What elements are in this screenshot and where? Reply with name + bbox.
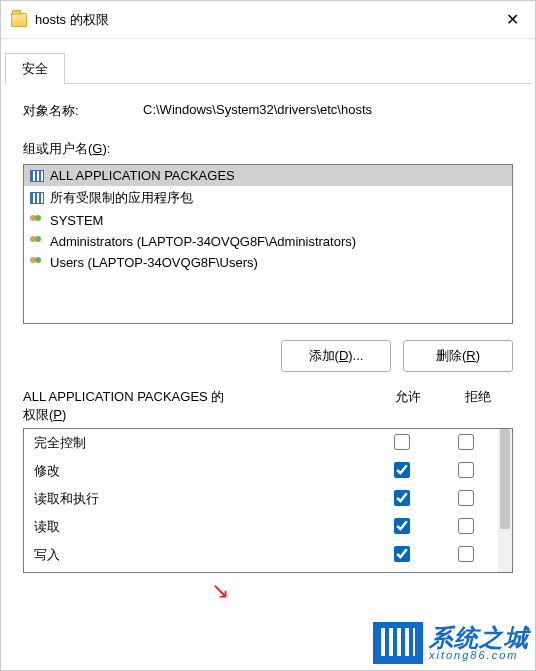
allow-checkbox[interactable] — [394, 462, 410, 478]
remove-button[interactable]: 删除(R) — [403, 340, 513, 372]
scrollbar-thumb[interactable] — [500, 429, 510, 529]
object-row: 对象名称: C:\Windows\System32\drivers\etc\ho… — [23, 102, 513, 120]
allow-checkbox[interactable] — [394, 490, 410, 506]
deny-checkbox[interactable] — [458, 518, 474, 534]
package-icon — [30, 192, 44, 204]
list-item-label: Users (LAPTOP-34OVQG8F\Users) — [50, 255, 258, 270]
list-item[interactable]: ALL APPLICATION PACKAGES — [24, 165, 512, 186]
watermark-cn: 系统之城 — [429, 626, 529, 650]
col-deny-header: 拒绝 — [443, 388, 513, 424]
allow-checkbox[interactable] — [394, 518, 410, 534]
watermark-logo-icon — [373, 622, 423, 664]
object-label: 对象名称: — [23, 102, 143, 120]
tabs: 安全 — [5, 53, 531, 84]
list-item-label: 所有受限制的应用程序包 — [50, 189, 193, 207]
allow-checkbox[interactable] — [394, 434, 410, 450]
col-allow-header: 允许 — [373, 388, 443, 424]
users-icon — [30, 215, 44, 227]
security-panel: 对象名称: C:\Windows\System32\drivers\etc\ho… — [1, 84, 535, 591]
permission-name: 写入 — [34, 546, 370, 564]
groups-label: 组或用户名(G): — [23, 140, 513, 158]
dialog-content: 安全 对象名称: C:\Windows\System32\drivers\etc… — [1, 39, 535, 591]
group-buttons: 添加(D)... 删除(R) — [23, 340, 513, 372]
permission-row: 完全控制 — [24, 429, 498, 457]
watermark: 系统之城 xitong86.com — [373, 622, 529, 664]
groups-listbox[interactable]: ALL APPLICATION PACKAGES所有受限制的应用程序包SYSTE… — [23, 164, 513, 324]
permissions-header: ALL APPLICATION PACKAGES 的 权限(P) 允许 拒绝 — [23, 388, 513, 424]
permissions-table: 完全控制修改读取和执行读取写入 — [23, 428, 513, 573]
deny-checkbox[interactable] — [458, 434, 474, 450]
permission-name: 完全控制 — [34, 434, 370, 452]
list-item-label: ALL APPLICATION PACKAGES — [50, 168, 235, 183]
list-item[interactable]: Administrators (LAPTOP-34OVQG8F\Administ… — [24, 231, 512, 252]
users-icon — [30, 236, 44, 248]
users-icon — [30, 257, 44, 269]
permission-name: 读取和执行 — [34, 490, 370, 508]
list-item-label: SYSTEM — [50, 213, 103, 228]
permissions-label: ALL APPLICATION PACKAGES 的 权限(P) — [23, 388, 373, 424]
allow-checkbox[interactable] — [394, 546, 410, 562]
scrollbar[interactable] — [498, 429, 512, 572]
list-item[interactable]: SYSTEM — [24, 210, 512, 231]
close-button[interactable]: ✕ — [489, 1, 535, 38]
list-item-label: Administrators (LAPTOP-34OVQG8F\Administ… — [50, 234, 356, 249]
deny-checkbox[interactable] — [458, 490, 474, 506]
folder-icon — [11, 13, 27, 27]
permission-row: 修改 — [24, 457, 498, 485]
permission-row: 读取 — [24, 513, 498, 541]
add-button[interactable]: 添加(D)... — [281, 340, 391, 372]
tab-security[interactable]: 安全 — [5, 53, 65, 84]
titlebar: hosts 的权限 ✕ — [1, 1, 535, 39]
list-item[interactable]: Users (LAPTOP-34OVQG8F\Users) — [24, 252, 512, 273]
window-title: hosts 的权限 — [35, 11, 109, 29]
permission-row: 读取和执行 — [24, 485, 498, 513]
list-item[interactable]: 所有受限制的应用程序包 — [24, 186, 512, 210]
permission-name: 修改 — [34, 462, 370, 480]
package-icon — [30, 170, 44, 182]
permission-row: 写入 — [24, 541, 498, 569]
deny-checkbox[interactable] — [458, 462, 474, 478]
permission-name: 读取 — [34, 518, 370, 536]
object-path: C:\Windows\System32\drivers\etc\hosts — [143, 102, 513, 120]
watermark-en: xitong86.com — [429, 650, 529, 661]
deny-checkbox[interactable] — [458, 546, 474, 562]
